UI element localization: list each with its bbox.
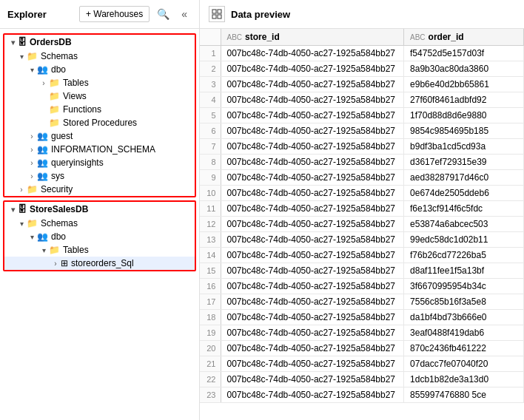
table-row: 4007bc48c-74db-4050-ac27-1925a584bb2727f… bbox=[200, 92, 524, 108]
table-row: 19007bc48c-74db-4050-ac27-1925a584bb273e… bbox=[200, 325, 524, 341]
db-storesalesdb: ▾ 🗄 StoreSalesDB ▾ 📁 Schemas ▾ 👥 dbo ▾ 📁… bbox=[3, 200, 196, 271]
row-number: 1 bbox=[200, 46, 221, 61]
row-num-header bbox=[200, 29, 221, 46]
ordersdb-icon: 🗄 bbox=[18, 37, 27, 47]
ordersdb-label: OrdersDB bbox=[30, 37, 72, 47]
table-row: 18007bc48c-74db-4050-ac27-1925a584bb27da… bbox=[200, 310, 524, 325]
cell-store-id: 007bc48c-74db-4050-ac27-1925a584bb27 bbox=[221, 92, 404, 108]
row-number: 7 bbox=[200, 139, 221, 155]
data-table-container[interactable]: ABCstore_id ABCorder_id 1007bc48c-74db-4… bbox=[200, 29, 524, 420]
ordersdb-sys[interactable]: › 👥 sys bbox=[4, 169, 195, 183]
table-header-row: ABCstore_id ABCorder_id bbox=[200, 29, 524, 46]
table-row: 20007bc48c-74db-4050-ac27-1925a584bb2787… bbox=[200, 341, 524, 356]
cell-store-id: 007bc48c-74db-4050-ac27-1925a584bb27 bbox=[221, 248, 404, 263]
ordersdb-tables[interactable]: › 📁 Tables bbox=[4, 76, 195, 89]
cell-order-id: b9df3ba1cd5cd93a bbox=[404, 139, 524, 155]
svg-rect-2 bbox=[212, 15, 216, 18]
cell-store-id: 007bc48c-74db-4050-ac27-1925a584bb27 bbox=[221, 263, 404, 279]
ordersdb-guest[interactable]: › 👥 guest bbox=[4, 129, 195, 143]
cell-order-id: 8a9b30ac80da3860 bbox=[404, 61, 524, 77]
cell-store-id: 007bc48c-74db-4050-ac27-1925a584bb27 bbox=[221, 372, 404, 387]
table-row: 22007bc48c-74db-4050-ac27-1925a584bb271d… bbox=[200, 372, 524, 387]
cell-order-id: 99edc58dc1d02b11 bbox=[404, 232, 524, 248]
cell-order-id: 3eaf0488f419dab6 bbox=[404, 325, 524, 341]
db-ordersdb-header[interactable]: ▾ 🗄 OrdersDB bbox=[4, 35, 195, 50]
row-number: 18 bbox=[200, 310, 221, 325]
row-number: 3 bbox=[200, 77, 221, 92]
cell-store-id: 007bc48c-74db-4050-ac27-1925a584bb27 bbox=[221, 325, 404, 341]
cell-store-id: 007bc48c-74db-4050-ac27-1925a584bb27 bbox=[221, 108, 404, 123]
ordersdb-dbo[interactable]: ▾ 👥 dbo bbox=[4, 63, 195, 76]
cell-order-id: e9b6e40d2bb65861 bbox=[404, 77, 524, 92]
row-number: 22 bbox=[200, 372, 221, 387]
table-row: 15007bc48c-74db-4050-ac27-1925a584bb27d8… bbox=[200, 263, 524, 279]
ordersdb-queryinsights[interactable]: › 👥 queryinsights bbox=[4, 156, 195, 169]
cell-store-id: 007bc48c-74db-4050-ac27-1925a584bb27 bbox=[221, 77, 404, 92]
ordersdb-arrow: ▾ bbox=[7, 38, 18, 47]
cell-order-id: f54752d5e157d03f bbox=[404, 46, 524, 61]
cell-order-id: 0e674de2505ddeb6 bbox=[404, 186, 524, 201]
cell-order-id: f76b26cd77226ba5 bbox=[404, 248, 524, 263]
table-row: 21007bc48c-74db-4050-ac27-1925a584bb2707… bbox=[200, 356, 524, 372]
collapse-button[interactable]: « bbox=[177, 6, 192, 22]
cell-store-id: 007bc48c-74db-4050-ac27-1925a584bb27 bbox=[221, 387, 404, 403]
row-number: 4 bbox=[200, 92, 221, 108]
explorer-title: Explorer bbox=[7, 9, 47, 20]
cell-order-id: da1bf4bd73b666e0 bbox=[404, 310, 524, 325]
table-row: 17007bc48c-74db-4050-ac27-1925a584bb2775… bbox=[200, 294, 524, 310]
sidebar: Explorer + Warehouses 🔍 « ▾ 🗄 OrdersDB ▾… bbox=[0, 0, 200, 420]
cell-store-id: 007bc48c-74db-4050-ac27-1925a584bb27 bbox=[221, 123, 404, 139]
table-row: 3007bc48c-74db-4050-ac27-1925a584bb27e9b… bbox=[200, 77, 524, 92]
ordersdb-schemas[interactable]: ▾ 📁 Schemas bbox=[4, 50, 195, 63]
col-header-store-id: ABCstore_id bbox=[221, 29, 404, 46]
ordersdb-information-schema[interactable]: › 👥 INFORMATION_SCHEMA bbox=[4, 143, 195, 156]
data-preview-panel: Data preview ABCstore_id ABCorder_id 100… bbox=[200, 0, 524, 420]
cell-order-id: 1f70d88d8d6e9880 bbox=[404, 108, 524, 123]
cell-order-id: aed38287917d46c0 bbox=[404, 170, 524, 186]
cell-store-id: 007bc48c-74db-4050-ac27-1925a584bb27 bbox=[221, 61, 404, 77]
table-row: 13007bc48c-74db-4050-ac27-1925a584bb2799… bbox=[200, 232, 524, 248]
row-number: 10 bbox=[200, 186, 221, 201]
storesalesdb-schemas[interactable]: ▾ 📁 Schemas bbox=[4, 217, 195, 230]
table-row: 2007bc48c-74db-4050-ac27-1925a584bb278a9… bbox=[200, 61, 524, 77]
row-number: 23 bbox=[200, 387, 221, 403]
storesalesdb-dbo[interactable]: ▾ 👥 dbo bbox=[4, 230, 195, 243]
svg-rect-1 bbox=[218, 10, 221, 13]
storesalesdb-label: StoreSalesDB bbox=[30, 204, 88, 214]
row-number: 6 bbox=[200, 123, 221, 139]
storeorders-sql-item[interactable]: › ⊞ storeorders_Sql bbox=[4, 257, 195, 270]
row-number: 20 bbox=[200, 341, 221, 356]
row-number: 12 bbox=[200, 217, 221, 232]
table-row: 12007bc48c-74db-4050-ac27-1925a584bb27e5… bbox=[200, 217, 524, 232]
table-row: 14007bc48c-74db-4050-ac27-1925a584bb27f7… bbox=[200, 248, 524, 263]
row-number: 2 bbox=[200, 61, 221, 77]
table-row: 16007bc48c-74db-4050-ac27-1925a584bb273f… bbox=[200, 279, 524, 294]
storesalesdb-tables[interactable]: ▾ 📁 Tables bbox=[4, 243, 195, 257]
search-button[interactable]: 🔍 bbox=[152, 6, 174, 22]
table-row: 1007bc48c-74db-4050-ac27-1925a584bb27f54… bbox=[200, 46, 524, 61]
col-header-order-id: ABCorder_id bbox=[404, 29, 524, 46]
cell-order-id: 7556c85b16f3a5e8 bbox=[404, 294, 524, 310]
storesalesdb-icon: 🗄 bbox=[18, 204, 27, 214]
cell-store-id: 007bc48c-74db-4050-ac27-1925a584bb27 bbox=[221, 356, 404, 372]
grid-view-icon[interactable] bbox=[209, 6, 225, 22]
row-number: 14 bbox=[200, 248, 221, 263]
sidebar-header-actions: + Warehouses 🔍 « bbox=[79, 6, 192, 22]
cell-store-id: 007bc48c-74db-4050-ac27-1925a584bb27 bbox=[221, 139, 404, 155]
ordersdb-stored-procedures[interactable]: 📁 Stored Procedures bbox=[4, 116, 195, 129]
table-row: 6007bc48c-74db-4050-ac27-1925a584bb27985… bbox=[200, 123, 524, 139]
ordersdb-functions[interactable]: 📁 Functions bbox=[4, 103, 195, 116]
db-storesalesdb-header[interactable]: ▾ 🗄 StoreSalesDB bbox=[4, 202, 195, 217]
ordersdb-views[interactable]: 📁 Views bbox=[4, 89, 195, 103]
cell-order-id: d3617ef729315e39 bbox=[404, 155, 524, 170]
cell-store-id: 007bc48c-74db-4050-ac27-1925a584bb27 bbox=[221, 170, 404, 186]
table-row: 7007bc48c-74db-4050-ac27-1925a584bb27b9d… bbox=[200, 139, 524, 155]
row-number: 9 bbox=[200, 170, 221, 186]
svg-rect-3 bbox=[218, 15, 221, 18]
ordersdb-security[interactable]: › 📁 Security bbox=[4, 183, 195, 196]
add-warehouse-button[interactable]: + Warehouses bbox=[79, 6, 150, 22]
table-row: 9007bc48c-74db-4050-ac27-1925a584bb27aed… bbox=[200, 170, 524, 186]
db-ordersdb: ▾ 🗄 OrdersDB ▾ 📁 Schemas ▾ 👥 dbo › 📁 Tab… bbox=[3, 33, 196, 197]
row-number: 11 bbox=[200, 201, 221, 217]
table-row: 8007bc48c-74db-4050-ac27-1925a584bb27d36… bbox=[200, 155, 524, 170]
